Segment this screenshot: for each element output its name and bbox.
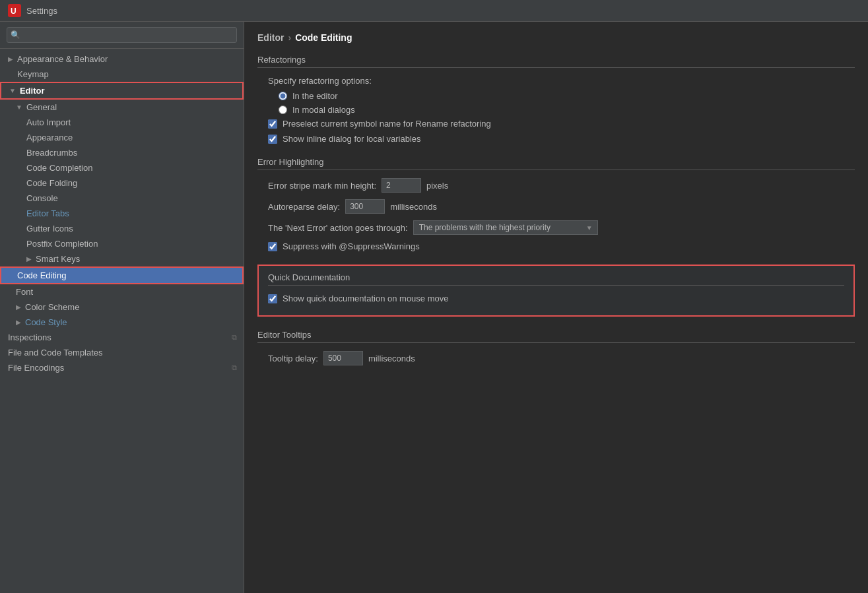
sidebar-label: Code Completion	[26, 163, 92, 173]
sidebar-label: Auto Import	[26, 117, 71, 127]
sidebar-item-code-folding[interactable]: Code Folding	[0, 175, 244, 191]
sidebar-label: General	[26, 102, 57, 112]
breadcrumb: Editor › Code Editing	[257, 32, 855, 43]
checkbox-preselect: Preselect current symbol name for Rename…	[268, 119, 855, 129]
sidebar-label: Code Folding	[26, 178, 77, 188]
sidebar-item-code-style[interactable]: ▶ Code Style	[0, 315, 244, 330]
editor-tooltips-options: Tooltip delay: milliseconds	[268, 351, 855, 365]
checkbox-show-inline-label: Show inline dialog for local variables	[283, 134, 421, 144]
sidebar-item-gutter-icons[interactable]: Gutter Icons	[0, 221, 244, 236]
checkbox-preselect-input[interactable]	[268, 119, 277, 129]
sidebar-item-console[interactable]: Console	[0, 191, 244, 206]
next-error-label: The 'Next Error' action goes through:	[268, 223, 408, 233]
sidebar-label: Color Scheme	[25, 302, 79, 312]
chevron-right-icon: ▶	[8, 55, 13, 63]
svg-text:U: U	[11, 7, 17, 16]
refactorings-title: Refactorings	[257, 55, 855, 68]
breadcrumb-separator: ›	[288, 32, 291, 43]
sidebar-label: File and Code Templates	[8, 348, 103, 358]
checkbox-suppress-warnings-input[interactable]	[268, 242, 277, 251]
sidebar-item-smart-keys[interactable]: ▶ Smart Keys	[0, 251, 244, 266]
checkbox-suppress-warnings: Suppress with @SuppressWarnings	[268, 241, 855, 251]
sidebar-item-appearance[interactable]: Appearance	[0, 130, 244, 145]
sidebar-label: File Encodings	[8, 363, 229, 373]
error-stripe-input[interactable]	[382, 178, 421, 193]
title-bar: U Settings	[0, 0, 868, 22]
sidebar-label: Inspections	[8, 332, 229, 342]
checkbox-show-inline: Show inline dialog for local variables	[268, 134, 855, 144]
radio-in-modal: In modal dialogs	[279, 105, 855, 115]
editor-tooltips-section: Editor Tooltips Tooltip delay: milliseco…	[257, 330, 855, 365]
error-stripe-row: Error stripe mark min height: pixels	[268, 178, 855, 193]
breadcrumb-parent: Editor	[257, 32, 284, 43]
tooltip-delay-unit: milliseconds	[368, 354, 415, 363]
sidebar-label: Gutter Icons	[26, 224, 73, 234]
sidebar-label: Postfix Completion	[26, 239, 98, 249]
sidebar-item-editor-tabs[interactable]: Editor Tabs	[0, 206, 244, 221]
radio-in-editor: In the editor	[279, 91, 855, 101]
sidebar-item-postfix-completion[interactable]: Postfix Completion	[0, 236, 244, 251]
sidebar-item-breadcrumbs[interactable]: Breadcrumbs	[0, 145, 244, 160]
app-icon: U	[8, 4, 21, 17]
sidebar-item-code-editing[interactable]: Code Editing	[0, 266, 244, 284]
refactorings-section: Refactorings Specify refactoring options…	[257, 55, 855, 144]
sidebar-item-inspections[interactable]: Inspections ⧉	[0, 330, 244, 345]
refactoring-options-group: Specify refactoring options: In the edit…	[268, 76, 855, 144]
sidebar-label: Editor Tabs	[26, 208, 69, 218]
sidebar: 🔍 ▶ Appearance & Behavior Keymap ▼ Edito…	[0, 22, 244, 593]
sidebar-label: Console	[26, 193, 58, 203]
specify-refactoring-label: Specify refactoring options:	[268, 76, 855, 86]
chevron-right-icon: ▶	[26, 255, 32, 263]
autoreparse-unit: milliseconds	[390, 202, 437, 212]
next-error-dropdown-wrapper: The problems with the highest priority A…	[413, 220, 598, 235]
chevron-down-icon: ▼	[9, 87, 16, 94]
sidebar-item-keymap[interactable]: Keymap	[0, 67, 244, 82]
breadcrumb-current: Code Editing	[295, 32, 352, 43]
error-highlighting-title: Error Highlighting	[257, 157, 855, 170]
sidebar-item-general[interactable]: ▼ General	[0, 100, 244, 115]
sidebar-label: Appearance	[26, 133, 73, 142]
content-area: Editor › Code Editing Refactorings Speci…	[244, 22, 868, 593]
main-layout: 🔍 ▶ Appearance & Behavior Keymap ▼ Edito…	[0, 22, 868, 593]
radio-in-modal-label: In modal dialogs	[292, 105, 355, 115]
copy-icon: ⧉	[232, 363, 237, 372]
search-icon: 🔍	[11, 30, 20, 40]
sidebar-item-editor[interactable]: ▼ Editor	[0, 82, 244, 100]
tooltip-delay-label: Tooltip delay:	[268, 354, 318, 363]
tooltip-delay-row: Tooltip delay: milliseconds	[268, 351, 855, 365]
checkbox-suppress-warnings-label: Suppress with @SuppressWarnings	[283, 241, 420, 251]
chevron-right-icon: ▶	[16, 319, 21, 326]
sidebar-item-appearance-behavior[interactable]: ▶ Appearance & Behavior	[0, 51, 244, 67]
sidebar-item-color-scheme[interactable]: ▶ Color Scheme	[0, 299, 244, 315]
error-highlighting-section: Error Highlighting Error stripe mark min…	[257, 157, 855, 251]
radio-in-modal-input[interactable]	[279, 106, 287, 114]
sidebar-item-file-code-templates[interactable]: File and Code Templates	[0, 345, 244, 360]
error-highlighting-options: Error stripe mark min height: pixels Aut…	[268, 178, 855, 251]
chevron-down-icon: ▼	[16, 104, 22, 111]
checkbox-show-quick-doc-input[interactable]	[268, 294, 277, 303]
copy-icon: ⧉	[232, 333, 237, 342]
sidebar-label: Code Style	[25, 317, 67, 327]
sidebar-item-auto-import[interactable]: Auto Import	[0, 115, 244, 130]
autoreparse-input[interactable]	[345, 199, 385, 214]
checkbox-show-quick-doc-label: Show quick documentation on mouse move	[283, 294, 448, 303]
window-title: Settings	[26, 6, 57, 16]
sidebar-label: Breadcrumbs	[26, 148, 77, 158]
sidebar-item-code-completion[interactable]: Code Completion	[0, 160, 244, 175]
search-input[interactable]	[7, 27, 237, 43]
radio-in-editor-input[interactable]	[279, 92, 287, 100]
checkbox-show-quick-doc: Show quick documentation on mouse move	[268, 294, 844, 303]
sidebar-label: Keymap	[8, 69, 49, 79]
tooltip-delay-input[interactable]	[323, 351, 363, 365]
sidebar-label: Smart Keys	[36, 254, 80, 264]
checkbox-show-inline-input[interactable]	[268, 135, 277, 144]
sidebar-label: Font	[16, 287, 33, 297]
quick-doc-options: Show quick documentation on mouse move	[268, 294, 844, 303]
sidebar-item-font[interactable]: Font	[0, 284, 244, 299]
quick-documentation-section: Quick Documentation Show quick documenta…	[257, 265, 855, 317]
sidebar-label: Code Editing	[17, 270, 66, 280]
error-stripe-unit: pixels	[426, 181, 448, 191]
next-error-row: The 'Next Error' action goes through: Th…	[268, 220, 855, 235]
sidebar-item-file-encodings[interactable]: File Encodings ⧉	[0, 360, 244, 375]
next-error-select[interactable]: The problems with the highest priority A…	[413, 220, 598, 235]
